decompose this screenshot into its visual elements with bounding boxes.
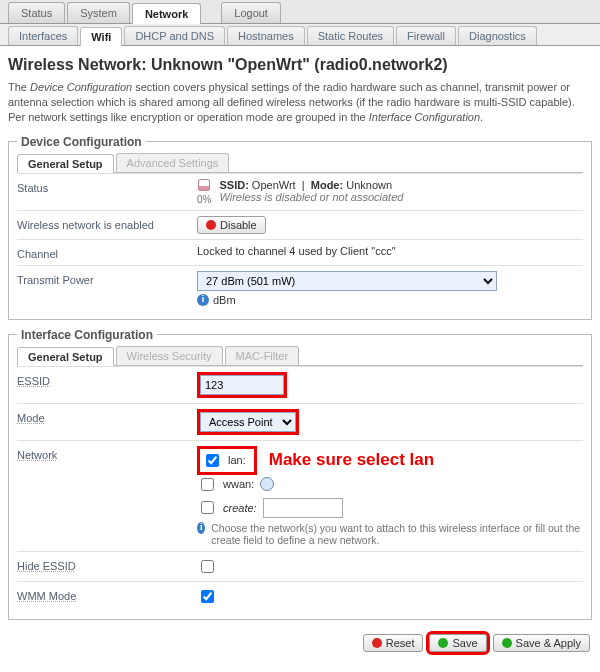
footer-buttons: Reset Save Save & Apply xyxy=(0,628,600,662)
wmm-checkbox[interactable] xyxy=(201,590,214,603)
device-tab-general[interactable]: General Setup xyxy=(17,154,114,173)
essid-input[interactable] xyxy=(200,375,284,395)
network-lan-checkbox[interactable] xyxy=(206,454,219,467)
page-title: Wireless Network: Unknown "OpenWrt" (rad… xyxy=(8,56,592,74)
subtab-firewall[interactable]: Firewall xyxy=(396,26,456,45)
network-wwan-label: wwan: xyxy=(223,478,254,490)
interface-configuration-section: Interface Configuration General Setup Wi… xyxy=(8,328,592,620)
txpower-select[interactable]: 27 dBm (501 mW) xyxy=(197,271,497,291)
network-create-checkbox[interactable] xyxy=(201,501,214,514)
hide-essid-label: Hide ESSID xyxy=(17,557,197,572)
hide-essid-checkbox[interactable] xyxy=(201,560,214,573)
subtab-static-routes[interactable]: Static Routes xyxy=(307,26,394,45)
network-create-label: create: xyxy=(223,502,257,514)
tab-network[interactable]: Network xyxy=(132,3,201,24)
save-apply-icon xyxy=(502,638,512,648)
mode-highlight: Access Point xyxy=(197,409,299,435)
network-lan-label: lan: xyxy=(228,454,246,466)
iface-tab-mac-filter[interactable]: MAC-Filter xyxy=(225,346,300,365)
signal-percent: 0% xyxy=(197,194,211,205)
reset-icon xyxy=(372,638,382,648)
essid-label: ESSID xyxy=(17,372,197,387)
network-lan-highlight: lan: xyxy=(197,446,257,475)
network-wwan-checkbox[interactable] xyxy=(201,478,214,491)
iface-tab-security[interactable]: Wireless Security xyxy=(116,346,223,365)
tab-logout[interactable]: Logout xyxy=(221,2,281,23)
subtab-hostnames[interactable]: Hostnames xyxy=(227,26,305,45)
wwan-iface-icon xyxy=(260,477,274,491)
info-icon: i xyxy=(197,522,205,534)
network-label: Network xyxy=(17,446,197,461)
device-tab-advanced[interactable]: Advanced Settings xyxy=(116,153,230,172)
essid-highlight xyxy=(197,372,287,398)
status-value: 0% SSID: OpenWrt | Mode: Unknown Wireles… xyxy=(197,179,583,205)
interface-configuration-legend: Interface Configuration xyxy=(17,328,157,342)
txpower-label: Transmit Power xyxy=(17,271,197,286)
intro-text: The Device Configuration section covers … xyxy=(8,80,592,125)
tab-system[interactable]: System xyxy=(67,2,130,23)
wmm-label: WMM Mode xyxy=(17,587,197,602)
iface-tab-general[interactable]: General Setup xyxy=(17,347,114,366)
signal-icon xyxy=(198,179,210,191)
channel-value: Locked to channel 4 used by Client "ccc" xyxy=(197,245,583,257)
main-tab-bar: Status System Network Logout xyxy=(0,0,600,24)
interface-tabs: General Setup Wireless Security MAC-Filt… xyxy=(17,346,583,366)
reset-button[interactable]: Reset xyxy=(363,634,424,652)
status-label: Status xyxy=(17,179,197,194)
device-configuration-legend: Device Configuration xyxy=(17,135,146,149)
annotation-text: Make sure select lan xyxy=(269,450,434,470)
subtab-diagnostics[interactable]: Diagnostics xyxy=(458,26,537,45)
mode-label: Mode xyxy=(17,409,197,424)
info-icon: i xyxy=(197,294,209,306)
disable-button[interactable]: Disable xyxy=(197,216,266,234)
subtab-interfaces[interactable]: Interfaces xyxy=(8,26,78,45)
device-configuration-section: Device Configuration General Setup Advan… xyxy=(8,135,592,320)
txpower-unit: dBm xyxy=(213,294,236,306)
save-apply-button[interactable]: Save & Apply xyxy=(493,634,590,652)
save-button[interactable]: Save xyxy=(429,634,486,652)
tab-status[interactable]: Status xyxy=(8,2,65,23)
disable-icon xyxy=(206,220,216,230)
sub-tab-bar: Interfaces Wifi DHCP and DNS Hostnames S… xyxy=(0,24,600,46)
network-hint: i Choose the network(s) you want to atta… xyxy=(197,522,583,546)
wireless-enabled-label: Wireless network is enabled xyxy=(17,216,197,231)
mode-select[interactable]: Access Point xyxy=(200,412,296,432)
network-create-input[interactable] xyxy=(263,498,343,518)
subtab-dhcp[interactable]: DHCP and DNS xyxy=(124,26,225,45)
save-icon xyxy=(438,638,448,648)
device-tabs: General Setup Advanced Settings xyxy=(17,153,583,173)
channel-label: Channel xyxy=(17,245,197,260)
subtab-wifi[interactable]: Wifi xyxy=(80,27,122,46)
